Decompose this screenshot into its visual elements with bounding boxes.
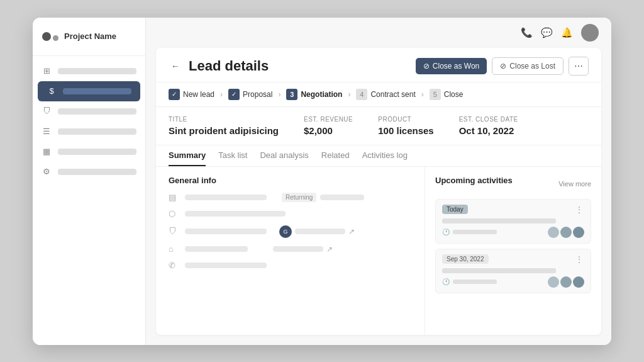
sidebar-logo: Project Name bbox=[33, 18, 145, 56]
info-row-2: ⬡ bbox=[169, 209, 412, 219]
body-columns: General info ▤ Returning ⬡ bbox=[156, 167, 601, 335]
close-date-label: EST. CLOSE DATE bbox=[459, 116, 518, 123]
info-bar-5 bbox=[185, 263, 267, 268]
upcoming-activities-panel: Upcoming activities View more Today ⋮ 🕐 bbox=[425, 167, 601, 335]
home-icon: ⌂ bbox=[169, 244, 179, 254]
back-button[interactable]: ← bbox=[169, 59, 182, 73]
arrow-2: › bbox=[278, 90, 280, 99]
table-icon: ▦ bbox=[42, 147, 52, 157]
close-lost-label: Close as Lost bbox=[509, 62, 555, 71]
sidebar-item-dashboard[interactable]: ⊞ bbox=[33, 61, 145, 81]
info-bar-3 bbox=[185, 229, 267, 234]
content-tabs: Summary Task list Deal analysis Related … bbox=[156, 145, 601, 167]
header-actions: ⊘ Close as Won ⊘ Close as Lost ⋯ bbox=[416, 57, 589, 76]
pipeline-step-1[interactable]: ✓ New lead bbox=[169, 89, 214, 100]
sidebar-item-reports[interactable]: ☰ bbox=[33, 122, 145, 142]
tab-related[interactable]: Related bbox=[321, 145, 350, 166]
sidebar-item-settings[interactable]: ⚙ bbox=[33, 162, 145, 182]
clock-icon-2: 🕐 bbox=[442, 278, 450, 285]
tab-task-list[interactable]: Task list bbox=[218, 145, 247, 166]
revenue-label: EST. REVENUE bbox=[304, 116, 353, 123]
avatar-2b bbox=[560, 276, 572, 288]
activity-1-row: 🕐 bbox=[442, 227, 584, 238]
sidebar: Project Name ⊞ $ ⛉ ☰ ▦ bbox=[33, 18, 146, 345]
report-icon: ☰ bbox=[42, 127, 52, 137]
activity-1-time-bar bbox=[453, 230, 497, 234]
activity-2-time-bar bbox=[453, 280, 497, 284]
general-info-title: General info bbox=[169, 176, 412, 185]
pipeline-step-4[interactable]: 4 Contract sent bbox=[356, 89, 415, 100]
chat-icon[interactable]: 💬 bbox=[541, 27, 552, 38]
sidebar-item-org[interactable]: ⛉ bbox=[33, 101, 145, 122]
upcoming-title: Upcoming activities bbox=[435, 176, 513, 185]
returning-label: Returning bbox=[282, 193, 316, 202]
avatar[interactable] bbox=[581, 24, 599, 42]
info-bar-2 bbox=[185, 211, 286, 217]
close-date-value: Oct 10, 2022 bbox=[459, 125, 518, 136]
info-row-5: ✆ bbox=[169, 261, 412, 271]
info-bar-1 bbox=[185, 195, 267, 200]
revenue-value: $2,000 bbox=[304, 125, 353, 136]
sidebar-item-table[interactable]: ▦ bbox=[33, 142, 145, 162]
activity-date-today: Today bbox=[442, 205, 468, 214]
app-logo-icon bbox=[42, 28, 59, 45]
info-row-3: ⛉ G ↗ bbox=[169, 225, 412, 238]
step-5-label: Close bbox=[444, 90, 464, 99]
lead-header: ← Lead details ⊘ Close as Won ⊘ Close as… bbox=[156, 48, 601, 82]
arrow-3: › bbox=[348, 90, 350, 99]
bell-icon[interactable]: 🔔 bbox=[561, 27, 572, 38]
info-product: PRODUCT 100 licenses bbox=[378, 116, 433, 136]
activity-2-bar-1 bbox=[442, 268, 556, 273]
title-label: TITLE bbox=[169, 116, 279, 123]
product-value: 100 licenses bbox=[378, 125, 433, 136]
info-row-1: ▤ Returning bbox=[169, 193, 412, 203]
general-info-panel: General info ▤ Returning ⬡ bbox=[156, 167, 425, 335]
close-lost-icon: ⊘ bbox=[500, 62, 506, 71]
close-won-label: Close as Won bbox=[433, 62, 479, 71]
tab-activities-log[interactable]: Activities log bbox=[362, 145, 408, 166]
lead-details-card: ← Lead details ⊘ Close as Won ⊘ Close as… bbox=[156, 48, 601, 335]
app-name: Project Name bbox=[64, 31, 116, 41]
step-2-check: ✓ bbox=[228, 89, 240, 100]
phone-icon[interactable]: 📞 bbox=[521, 27, 532, 38]
lead-title-section: ← Lead details bbox=[169, 58, 269, 74]
close-won-icon: ⊘ bbox=[423, 62, 430, 71]
dollar-icon: $ bbox=[47, 86, 57, 96]
info-bar-3b bbox=[295, 229, 345, 234]
activity-card-1: Today ⋮ 🕐 bbox=[435, 199, 591, 244]
view-more-link[interactable]: View more bbox=[558, 180, 591, 188]
activity-2-more-menu[interactable]: ⋮ bbox=[575, 254, 584, 264]
close-as-lost-button[interactable]: ⊘ Close as Lost bbox=[492, 57, 564, 75]
info-bar-4 bbox=[185, 246, 248, 252]
close-as-won-button[interactable]: ⊘ Close as Won bbox=[416, 58, 487, 74]
avatar-2a bbox=[548, 276, 559, 288]
step-1-check: ✓ bbox=[169, 89, 180, 100]
pipeline-step-5[interactable]: 5 Close bbox=[430, 89, 464, 100]
page-title: Lead details bbox=[189, 58, 269, 74]
pipeline-step-3[interactable]: 3 Negotiation bbox=[286, 89, 342, 100]
title-value: Sint proident adipisicing bbox=[169, 125, 279, 136]
sidebar-item-leads[interactable]: $ bbox=[38, 81, 140, 101]
main-area: 📞 💬 🔔 ← Lead details ⊘ Close as Won bbox=[146, 18, 611, 345]
more-options-button[interactable]: ⋯ bbox=[569, 57, 589, 76]
tab-deal-analysis[interactable]: Deal analysis bbox=[260, 145, 308, 166]
tab-summary[interactable]: Summary bbox=[169, 145, 206, 166]
upcoming-header: Upcoming activities View more bbox=[435, 176, 591, 193]
step-1-label: New lead bbox=[183, 90, 214, 99]
step-3-num: 3 bbox=[286, 89, 297, 100]
ext-link-icon-1[interactable]: ↗ bbox=[348, 227, 355, 236]
activity-2-avatars bbox=[548, 276, 584, 288]
pipeline-step-2[interactable]: ✓ Proposal bbox=[228, 89, 272, 100]
tag-icon: ⬡ bbox=[169, 209, 179, 219]
activity-1-more-menu[interactable]: ⋮ bbox=[575, 205, 584, 215]
avatar-2c bbox=[573, 276, 584, 288]
ext-link-icon-2[interactable]: ↗ bbox=[326, 245, 333, 254]
arrow-1: › bbox=[220, 90, 223, 99]
step-4-label: Contract sent bbox=[370, 90, 415, 99]
step-4-num: 4 bbox=[356, 89, 367, 100]
info-row-4: ⌂ ↗ bbox=[169, 244, 412, 254]
activity-date-sep30: Sep 30, 2022 bbox=[442, 254, 489, 264]
pipeline-steps: ✓ New lead › ✓ Proposal › 3 Negotiation … bbox=[156, 82, 601, 107]
doc-icon: ▤ bbox=[169, 193, 179, 203]
activity-card-2-header: Sep 30, 2022 ⋮ bbox=[442, 254, 584, 264]
